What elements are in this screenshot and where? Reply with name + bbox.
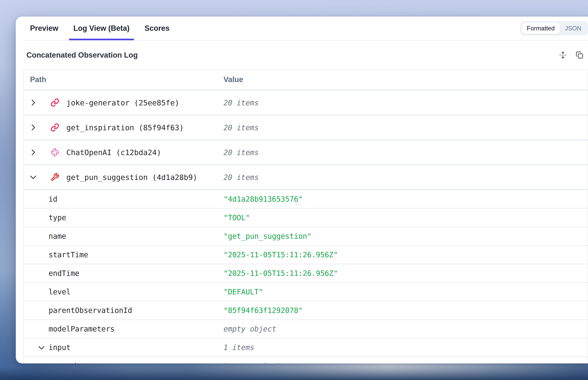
table-row: topic"programming" — [24, 357, 588, 363]
chevron-right-icon[interactable] — [29, 123, 38, 132]
property-key: endTime — [49, 269, 79, 277]
table-row: get_pun_suggestion (4d1a28b9)20 items — [24, 165, 588, 190]
format-toggle-formatted[interactable]: Formatted — [522, 23, 560, 34]
property-key: parentObservationId — [49, 306, 132, 315]
table-row: parentObservationId"85f94f63f1292078" — [24, 302, 588, 320]
property-key: name — [49, 232, 66, 240]
tab-scores[interactable]: Scores — [140, 17, 174, 40]
tab-preview[interactable]: Preview — [26, 17, 63, 40]
property-key: startTime — [49, 250, 88, 259]
property-value: 20 items — [223, 173, 588, 181]
copy-icon[interactable] — [576, 51, 583, 59]
property-key: input — [49, 343, 70, 352]
observation-label: get_inspiration (85f94f63) — [66, 123, 184, 132]
observation-label: ChatOpenAI (c12bda24) — [66, 148, 161, 157]
table-row: input1 items — [24, 339, 588, 357]
property-value: 20 items — [223, 148, 588, 156]
table-row: name"get_pun_suggestion" — [24, 227, 588, 246]
property-value: "get_pun_suggestion" — [223, 232, 588, 240]
table-row: joke-generator (25ee85fe)20 items — [24, 91, 588, 116]
observation-label: joke-generator (25ee85fe) — [66, 98, 179, 107]
wrench-icon — [51, 173, 59, 182]
property-value: "4d1a28b913653576" — [223, 195, 588, 203]
tab-log-view[interactable]: Log View (Beta) — [69, 17, 134, 40]
property-value: 1 items — [223, 343, 588, 352]
column-header-value: Value — [223, 75, 588, 84]
table-header-row: Path Value — [24, 70, 588, 91]
observation-label: get_pun_suggestion (4d1a28b9) — [66, 173, 197, 182]
property-value: "DEFAULT" — [223, 288, 588, 296]
property-value: "2025-11-05T15:11:26.956Z" — [223, 269, 588, 277]
property-key: id — [49, 195, 58, 203]
table-row: level"DEFAULT" — [24, 283, 588, 302]
table-row: get_inspiration (85f94f63)20 items — [24, 116, 588, 140]
chevron-down-icon[interactable] — [29, 173, 38, 182]
chevron-down-icon[interactable] — [37, 343, 46, 352]
link-icon — [51, 98, 59, 107]
table-row: modelParametersempty object — [24, 320, 588, 339]
property-key: topic — [60, 362, 82, 363]
table-row: id"4d1a28b913653576" — [24, 190, 588, 209]
link-icon — [51, 123, 59, 132]
property-value: "TOOL" — [223, 213, 588, 222]
desktop-background: Preview Log View (Beta) Scores Formatted… — [0, 0, 588, 380]
trace-detail-panel: Preview Log View (Beta) Scores Formatted… — [16, 17, 588, 363]
property-value: 20 items — [223, 98, 588, 107]
section-title: Concatenated Observation Log — [26, 51, 138, 59]
table-row: type"TOOL" — [24, 209, 588, 227]
unfold-vertical-icon[interactable] — [559, 51, 567, 59]
chevron-right-icon[interactable] — [29, 148, 38, 157]
property-value: "2025-11-05T15:11:26.956Z" — [223, 250, 588, 259]
property-value: empty object — [223, 325, 588, 333]
property-value: 20 items — [223, 123, 588, 132]
property-value: "programming" — [223, 362, 588, 363]
property-key: level — [49, 288, 70, 296]
property-key: modelParameters — [49, 325, 115, 333]
tab-bar: Preview Log View (Beta) Scores Formatted… — [23, 17, 588, 41]
table-row: endTime"2025-11-05T15:11:26.956Z" — [24, 264, 588, 283]
property-value: "85f94f63f1292078" — [223, 306, 588, 315]
table-row: startTime"2025-11-05T15:11:26.956Z" — [24, 246, 588, 264]
observation-log-table: Path Value joke-generator (25ee85fe)20 i… — [23, 69, 588, 363]
format-toggle-json[interactable]: JSON — [560, 23, 587, 34]
property-key: type — [49, 213, 66, 222]
table-row: ChatOpenAI (c12bda24)20 items — [24, 140, 588, 165]
column-header-path: Path — [24, 75, 223, 84]
table-body: joke-generator (25ee85fe)20 itemsget_ins… — [24, 91, 588, 363]
chevron-right-icon[interactable] — [29, 98, 38, 107]
section-header: Concatenated Observation Log — [23, 41, 588, 69]
format-toggle: Formatted JSON — [520, 21, 588, 36]
fan-icon — [51, 148, 59, 157]
